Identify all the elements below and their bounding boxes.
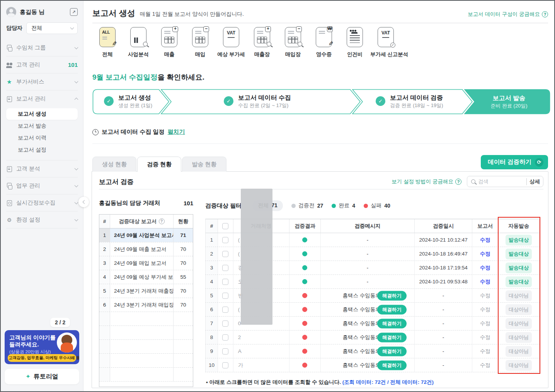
row-checkbox[interactable] [222,237,228,243]
resolve-button[interactable]: 해결하기 [377,291,407,300]
refresh-icon: ⟳ [535,158,543,167]
search-input[interactable] [478,179,524,184]
auto-send-badge: 대상아님 [506,346,532,357]
row-checkbox[interactable] [222,362,228,368]
sidebar-item-realtime[interactable]: 실시간정보수집 [6,194,78,211]
user-name: 홍길동 님 [20,9,66,16]
view-settings-help-link[interactable]: 보기 설정 방법이 궁금해요 ? [392,178,461,185]
question-icon[interactable]: ? [159,218,165,224]
teal-dot-icon [332,204,336,208]
sales-table-icon: + [161,27,177,47]
receipt-icon: ₩ ✎ [316,27,332,47]
row-checkbox[interactable] [222,334,228,341]
edit-report-link[interactable]: 수정 [480,278,490,285]
sidebar-collapse-button[interactable] [78,197,89,207]
resolve-button[interactable]: 해결하기 [377,346,407,356]
verify-data-button[interactable]: 데이터 검증하기 ⟳ [481,155,548,169]
schedule-steps: ✓ 보고서 생성 생성 완료 (1일) ✓ 보고서 데이터 수집 수집 완료 (… [92,89,550,114]
report-list-row[interactable]: 1 24년 09월 사업분석 보고서 71 [99,228,193,242]
manager-select[interactable]: 전체 [26,22,78,34]
edit-report-link[interactable]: 수정 [480,348,490,355]
report-list-row[interactable]: 5 24년 3분기 거래처 매출장 보... 70 [99,284,193,298]
tab-send-status[interactable]: 발송 현황 [182,157,226,172]
report-list-row[interactable] [99,312,193,326]
chevron-up-icon [75,98,78,102]
edit-report-link[interactable]: 수정 [480,362,490,369]
report-type-estimated-vat[interactable]: VAT 예상 부가세 [216,27,247,58]
row-checkbox[interactable] [222,348,228,355]
filter-failed[interactable]: 실패40 [364,202,390,209]
pencil-icon: ✎ [329,40,334,47]
report-submenu-item[interactable]: 보고서 이력 [6,132,78,144]
resolve-button[interactable]: 해결하기 [377,360,407,370]
report-type-all[interactable]: ALL ✎ 전체 [92,27,123,58]
verification-panel: 보고서 검증 보기 설정 방법이 궁금해요 ? 상세 홍길동님의 담당 거래처 … [92,171,548,388]
sidebar-item-reports[interactable]: 보고서 관리 [6,90,78,107]
report-list-row[interactable]: 2 24년 09월 매출 보고서 70 [99,242,193,256]
edit-report-link[interactable]: 수정 [480,251,490,257]
sidebar-item-work[interactable]: 업무 관리 [6,177,78,194]
resolve-button[interactable]: 해결하기 [377,319,407,328]
sidebar-item-customers[interactable]: 고객 관리 101 [6,56,78,73]
report-list-row[interactable] [99,368,193,382]
search-box: 상세 [467,176,543,187]
sidebar-item-client-group[interactable]: 수임처 그룹 [6,39,78,56]
select-all-checkbox[interactable] [222,223,228,229]
client-name-redacted: A [233,344,289,358]
report-type-vat-filing-analysis[interactable]: VAT ✓ 부가세 신고분석 [370,27,401,58]
row-checkbox[interactable] [222,265,228,271]
banner-tag: 고객감동, 업무효율, 마케팅 우수사례 등 [8,354,76,362]
report-type-sales-ledger[interactable]: + 매출장 [247,27,278,58]
tab-creation-status[interactable]: 생성 현황 [92,157,136,172]
sidebar-item-addons[interactable]: ★ 부가서비스 [6,73,78,90]
resolve-button[interactable]: 해결하기 [377,332,407,342]
assigned-clients-label: 홍길동님의 담당 거래처 [99,199,184,207]
edit-report-link[interactable]: 수정 [480,320,490,327]
report-list-row[interactable] [99,326,193,340]
promo-banner[interactable]: 고객님의 이야기를 들려주세요. (상품권 20만원 시상) 고객감동, 업무효… [5,330,79,364]
report-submenu-item[interactable]: 보고서 설정 [6,144,78,156]
report-type-purchases[interactable]: − 매입 [185,27,216,58]
report-submenu-item[interactable]: 보고서 발송 [6,120,78,132]
verification-datetime: - [415,358,473,372]
tutorial-button[interactable]: ✦ 튜토리얼 [5,369,79,384]
filter-done[interactable]: 완료4 [332,202,355,209]
edit-report-link[interactable]: 수정 [480,237,490,244]
verification-message: - [367,265,369,271]
row-checkbox[interactable] [222,251,228,257]
report-list-row[interactable] [99,340,193,354]
filter-pending[interactable]: 검증전27 [291,202,323,209]
external-link-icon[interactable]: ↗ [70,8,78,16]
report-submenu-item[interactable]: 보고서 생성 [6,108,78,120]
client-row: 10 가 홈택스 수임동의 필요 해결하기 - 수정 대상아님 [205,358,540,372]
row-checkbox[interactable] [222,320,228,327]
edit-report-link[interactable]: 수정 [480,292,490,299]
search-detail-button[interactable]: 상세 [526,178,540,185]
sales-ledger-icon: + [254,27,270,47]
report-type-sales[interactable]: + 매출 [154,27,185,58]
report-type-labor-cost[interactable]: 인건비 [339,27,370,58]
report-list-row[interactable]: 6 24년 3분기 거래처 매입장 보... 70 [99,298,193,312]
report-type-purchase-ledger[interactable]: − 매입장 [278,27,308,58]
sidebar-item-customer-analysis[interactable]: 고객 분석 [6,160,78,177]
report-list-row[interactable] [99,354,193,368]
edit-report-link[interactable]: 수정 [480,306,490,313]
edit-report-link[interactable]: 수정 [480,264,490,271]
resolve-button[interactable]: 해결하기 [377,305,407,314]
report-data-help-link[interactable]: 보고서 데이터 구성이 궁금해요 ? [468,11,548,18]
edit-report-link[interactable]: 수정 [480,334,490,341]
tab-verification-status[interactable]: 검증 현황 [137,157,181,172]
report-type-business-analysis[interactable]: 사업분석 [123,27,154,58]
report-list-row[interactable]: 4 24년 09월 예상 부가세 보고서 55 [99,270,193,284]
report-list-row[interactable]: 3 24년 09월 매입 보고서 70 [99,256,193,270]
row-checkbox[interactable] [222,307,228,313]
sidebar-item-settings[interactable]: ⚙ 환경 설정 [6,211,78,228]
check-circle-icon: ✓ [104,96,114,106]
report-type-receipts[interactable]: ₩ ✎ 영수증 [308,27,339,58]
expand-schedule-link[interactable]: 펼치기 [168,128,185,136]
auto-send-badge: 발송대상 [506,276,532,287]
search-icon [471,179,475,184]
row-checkbox[interactable] [222,293,228,299]
row-checkbox[interactable] [222,279,228,285]
auto-send-badge: 발송대상 [506,249,532,259]
